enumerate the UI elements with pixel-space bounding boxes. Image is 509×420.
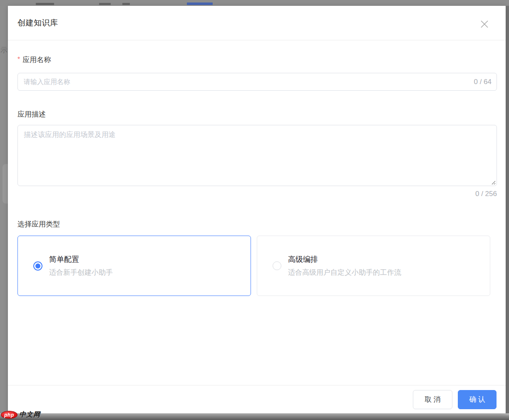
type-card-title: 高级编排 — [288, 254, 401, 264]
app-name-label: * 应用名称 — [17, 55, 497, 64]
close-button[interactable] — [478, 18, 491, 30]
app-type-options: 简单配置 适合新手创建小助手 高级编排 适合高级用户自定义小助手的工作流 — [17, 236, 497, 296]
php-logo-text: 中文网 — [19, 410, 40, 419]
background-card-fragment — [2, 164, 8, 204]
dialog-body: * 应用名称 0 / 64 应用描述 0 / 256 选择应用类型 — [8, 55, 506, 296]
background-overlay-left: 示, — [0, 6, 8, 413]
background-link-fragment — [187, 2, 213, 5]
app-name-label-text: 应用名称 — [22, 55, 51, 65]
background-overlay-bottom — [0, 413, 509, 420]
background-text-fragment: 示, — [0, 46, 8, 55]
app-name-input[interactable] — [17, 73, 497, 91]
type-card-text: 高级编排 适合高级用户自定义小助手的工作流 — [288, 254, 401, 277]
cancel-button[interactable]: 取 消 — [413, 390, 452, 409]
radio-dot — [35, 263, 40, 268]
type-card-text: 简单配置 适合新手创建小助手 — [49, 254, 113, 277]
app-desc-textarea[interactable] — [17, 125, 497, 186]
type-card-title: 简单配置 — [49, 254, 113, 264]
app-name-input-wrap: 0 / 64 — [17, 73, 497, 91]
app-desc-counter: 0 / 256 — [475, 190, 497, 199]
dialog-header: 创建知识库 — [8, 6, 506, 40]
background-overlay-right — [506, 6, 509, 413]
close-icon — [480, 20, 489, 29]
app-type-label-text: 选择应用类型 — [17, 219, 60, 229]
background-tab-fragment — [36, 3, 54, 5]
type-card-simple-config[interactable]: 简单配置 适合新手创建小助手 — [17, 236, 251, 296]
create-knowledge-base-dialog: 创建知识库 * 应用名称 0 / 64 应用描述 0 / — [8, 6, 506, 413]
app-desc-counter-row: 0 / 256 — [17, 190, 497, 199]
dialog-title: 创建知识库 — [17, 17, 58, 28]
type-card-advanced-orchestration[interactable]: 高级编排 适合高级用户自定义小助手的工作流 — [257, 236, 490, 296]
radio-unselected-icon[interactable] — [273, 261, 281, 270]
background-tab-fragment — [122, 3, 130, 5]
background-tab-fragment — [99, 3, 111, 5]
confirm-button[interactable]: 确 认 — [458, 390, 497, 409]
site-watermark: php 中文网 — [1, 410, 40, 419]
radio-selected-icon[interactable] — [33, 261, 42, 271]
php-logo-badge: php — [1, 411, 17, 419]
required-asterisk: * — [17, 56, 20, 63]
dialog-footer: 取 消 确 认 — [8, 385, 506, 413]
type-card-subtitle: 适合高级用户自定义小助手的工作流 — [288, 268, 401, 277]
type-card-subtitle: 适合新手创建小助手 — [49, 268, 113, 277]
app-desc-label-text: 应用描述 — [17, 109, 46, 119]
resize-handle-icon[interactable] — [491, 180, 496, 185]
app-desc-textarea-wrap — [17, 125, 497, 186]
app-desc-label: 应用描述 — [17, 109, 497, 119]
app-type-label: 选择应用类型 — [17, 219, 497, 229]
background-overlay-top — [0, 0, 509, 6]
